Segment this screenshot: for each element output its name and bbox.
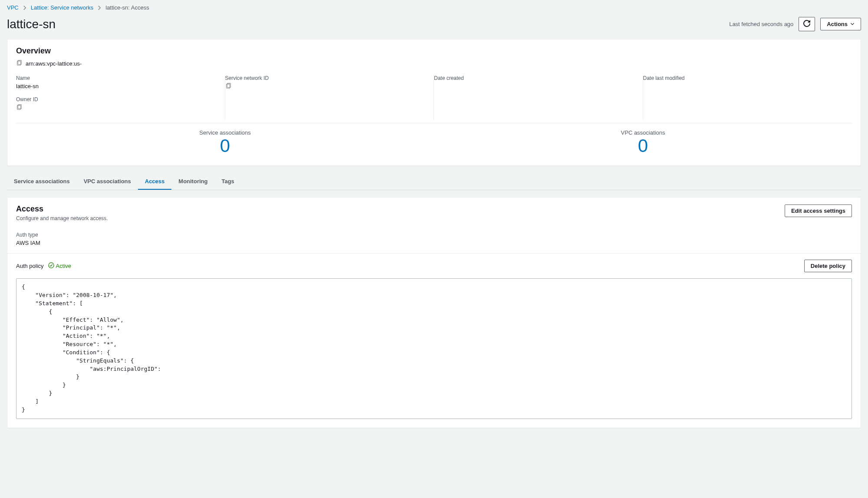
tab-monitoring[interactable]: Monitoring <box>171 173 214 190</box>
vpc-associations-label: VPC associations <box>434 129 852 136</box>
auth-type-value: AWS IAM <box>16 240 852 246</box>
page-title: lattice-sn <box>7 17 56 31</box>
tab-tags[interactable]: Tags <box>214 173 241 190</box>
tab-service-associations[interactable]: Service associations <box>7 173 77 190</box>
refresh-icon <box>803 20 810 28</box>
last-fetched-text: Last fetched seconds ago <box>729 21 793 27</box>
access-title: Access <box>16 204 108 214</box>
field-label-date-modified: Date last modified <box>643 75 845 81</box>
field-value-name: lattice-sn <box>16 83 218 89</box>
actions-button[interactable]: Actions <box>820 18 861 30</box>
breadcrumb-link-vpc[interactable]: VPC <box>7 4 19 11</box>
delete-policy-button[interactable]: Delete policy <box>804 260 852 272</box>
access-panel: Access Configure and manage network acce… <box>7 197 861 428</box>
copy-icon[interactable] <box>16 60 22 67</box>
overview-panel: Overview arn:aws:vpc-lattice:us- Name la… <box>7 39 861 166</box>
actions-button-label: Actions <box>827 21 848 27</box>
field-label-date-created: Date created <box>434 75 636 81</box>
field-label-owner-id: Owner ID <box>16 96 218 102</box>
field-label-sn-id: Service network ID <box>225 75 427 81</box>
auth-policy-label: Auth policy <box>16 263 44 269</box>
arn-value: arn:aws:vpc-lattice:us- <box>26 60 82 67</box>
copy-icon[interactable] <box>225 84 231 90</box>
policy-json-viewer[interactable]: { "Version": "2008-10-17", "Statement": … <box>16 278 852 419</box>
chevron-down-icon <box>850 21 855 27</box>
breadcrumb-current: lattice-sn: Access <box>105 4 149 11</box>
auth-policy-status: Active <box>56 263 71 269</box>
service-associations-value: 0 <box>16 136 434 156</box>
breadcrumb: VPC Lattice: Service networks lattice-sn… <box>7 0 861 15</box>
refresh-button[interactable] <box>799 17 815 31</box>
tab-vpc-associations[interactable]: VPC associations <box>77 173 138 190</box>
overview-title: Overview <box>16 46 852 56</box>
tab-access[interactable]: Access <box>138 173 172 190</box>
service-associations-label: Service associations <box>16 129 434 136</box>
auth-type-label: Auth type <box>16 232 852 238</box>
breadcrumb-link-service-networks[interactable]: Lattice: Service networks <box>31 4 94 11</box>
access-subtitle: Configure and manage network access. <box>16 215 108 221</box>
service-associations-count[interactable]: Service associations 0 <box>16 123 434 165</box>
status-badge: Active <box>48 262 71 270</box>
copy-icon[interactable] <box>16 105 22 112</box>
vpc-associations-value: 0 <box>434 136 852 156</box>
field-label-name: Name <box>16 75 218 81</box>
vpc-associations-count[interactable]: VPC associations 0 <box>434 123 852 165</box>
tabs: Service associations VPC associations Ac… <box>7 173 861 190</box>
chevron-right-icon <box>22 5 27 10</box>
check-circle-icon <box>48 262 54 270</box>
chevron-right-icon <box>97 5 102 10</box>
edit-access-settings-button[interactable]: Edit access settings <box>785 204 852 217</box>
